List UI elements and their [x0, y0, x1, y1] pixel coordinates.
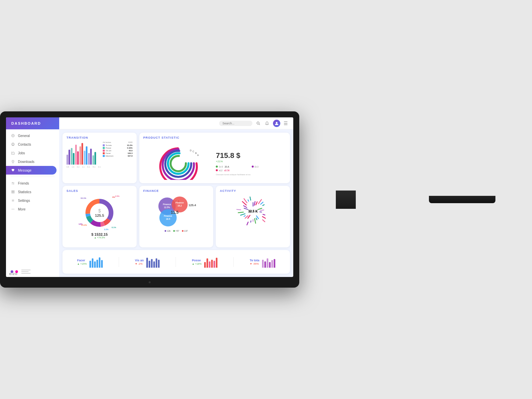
- legend-value: 427.8: [128, 155, 133, 157]
- sales-change: ▲ +74.5%: [91, 236, 108, 239]
- sidebar-item-friends[interactable]: Friends: [6, 179, 59, 188]
- bottom-bar: [216, 258, 217, 268]
- bar-group: [66, 150, 70, 165]
- sidebar-item-contacts[interactable]: Contacts: [6, 140, 59, 149]
- gear-icon: [11, 198, 15, 203]
- bar: [68, 150, 70, 165]
- bottom-bar: [206, 258, 208, 268]
- bottom-bar: [89, 261, 91, 268]
- sidebar-header: DASHBOARD: [6, 117, 59, 129]
- activity-value: 32.5 K: [248, 209, 258, 213]
- finance-legend: 12k +57 137: [143, 230, 209, 232]
- transition-title: TRANSITION: [66, 136, 133, 139]
- avatar[interactable]: [273, 120, 280, 127]
- activity-bar: [237, 209, 241, 210]
- sales-pct-7: 24.2%: [81, 224, 87, 226]
- svg-point-17: [257, 122, 259, 124]
- activity-bar: [258, 200, 261, 204]
- legend-name: Te tota: [106, 144, 126, 146]
- activity-bar: [251, 221, 251, 222]
- svg-text:B: B: [195, 152, 197, 154]
- sidebar-lines: [21, 270, 31, 274]
- activity-bar: [248, 200, 249, 201]
- sales-title: SALES: [66, 189, 133, 193]
- svg-text:C: C: [193, 150, 194, 153]
- search-icon[interactable]: [256, 121, 261, 126]
- bottom-metric-label: Posse: [192, 259, 201, 262]
- sidebar-item-message[interactable]: Message: [6, 166, 57, 175]
- bell-icon[interactable]: [264, 121, 270, 126]
- search-input[interactable]: [219, 121, 252, 126]
- svg-text:D: D: [190, 149, 192, 152]
- sidebar-item-jobs[interactable]: Jobs: [6, 149, 59, 157]
- bottom-metric-info: Vis an ▼ -2%: [135, 259, 144, 265]
- activity-bar: [260, 210, 264, 210]
- finance-title: FINANCE: [143, 189, 209, 193]
- bottom-bar: [211, 260, 213, 268]
- bottom-metric-label: Facer: [77, 259, 87, 262]
- activity-bar: [247, 222, 248, 225]
- sidebar-title: DASHBOARD: [11, 121, 41, 125]
- bottom-bar: [96, 260, 98, 268]
- bar-chart-area: 0.81.00.21.1S.1H.10.1: [66, 141, 101, 168]
- monitor-screen: DASHBOARD General Contacts: [6, 117, 293, 277]
- bottom-bars: [146, 256, 160, 268]
- activity-bar: [256, 216, 258, 219]
- bottom-divider: [176, 257, 176, 267]
- activity-bar: [258, 208, 262, 209]
- dashboard: DASHBOARD General Contacts: [6, 117, 293, 277]
- sidebar-item-general[interactable]: General: [6, 131, 59, 140]
- legend-value: 106.3: [128, 152, 133, 154]
- location-pin-icon: [11, 159, 15, 164]
- finance-dot-1: [165, 230, 166, 232]
- sidebar-line-1: [21, 270, 31, 270]
- bottom-bar: [149, 261, 150, 268]
- bar: [90, 149, 92, 165]
- sidebar-item-downloads[interactable]: Downloads: [6, 157, 59, 166]
- activity-bar: [244, 208, 248, 209]
- activity-bar: [240, 214, 245, 215]
- product-stat-3: a12 a5.56: [216, 169, 250, 172]
- stat-label-2: Di.3: [255, 166, 259, 168]
- bottom-bar: [269, 262, 271, 268]
- sidebar-line-2: [21, 271, 29, 272]
- svg-text:125.4: 125.4: [189, 203, 196, 207]
- activity-bar: [254, 201, 255, 205]
- svg-text:Finance: Finance: [176, 201, 184, 204]
- stat-val-3: a5.56: [224, 169, 229, 172]
- menu-icon[interactable]: ☰: [284, 121, 288, 126]
- sidebar-item-statistics[interactable]: Statistics: [6, 188, 59, 196]
- main-content: ☰ TRANSITION 0.81.00.21.1S.1H.10.1: [59, 117, 293, 277]
- sales-pct-5: 8.1%: [112, 226, 116, 228]
- legend-dot: [103, 150, 105, 152]
- stat-dot-2: [252, 166, 254, 168]
- activity-bar: [254, 218, 255, 223]
- svg-point-15: [13, 209, 13, 209]
- activity-bar: [243, 206, 247, 208]
- bottom-metric-change: ▲ +18%: [192, 262, 201, 265]
- bottom-metric-info: Facer ▲ +15%: [77, 259, 87, 265]
- sidebar-nav: General Contacts Jobs: [6, 129, 59, 266]
- sidebar-label-general: General: [18, 134, 30, 138]
- svg-point-3: [13, 143, 13, 144]
- bottom-metric-label: Vis an: [135, 259, 144, 262]
- svg-point-4: [13, 161, 13, 162]
- product-stat-1: Gr.5 20.A: [216, 166, 250, 168]
- transition-layout: 0.81.00.21.1S.1H.10.1 Ad tantas 2020 Te …: [66, 141, 133, 168]
- card-finance: FINANCE Finance 12.5% 10.3: [139, 186, 213, 247]
- card-activity: ACTIVITY 32.5 K 32.5 K: [216, 186, 290, 247]
- sidebar-divider: [11, 177, 55, 177]
- sidebar-item-settings[interactable]: Settings: [6, 196, 59, 205]
- bottom-divider: [119, 257, 119, 267]
- bottom-bars: [262, 256, 275, 268]
- bottom-metric-change: ▼ -55%: [250, 262, 259, 265]
- bottom-metric-label: Te tota: [250, 259, 259, 262]
- svg-line-18: [259, 124, 260, 125]
- legend-dot: [103, 155, 105, 157]
- stat-dot-1: [216, 166, 218, 168]
- legend-title: Ad tantas 2020: [103, 141, 133, 143]
- activity-bar: [250, 197, 251, 200]
- legend-dot: [103, 147, 105, 149]
- card-product: PRODUCT STATISTIC: [139, 133, 290, 183]
- sidebar-item-more[interactable]: More: [6, 205, 59, 213]
